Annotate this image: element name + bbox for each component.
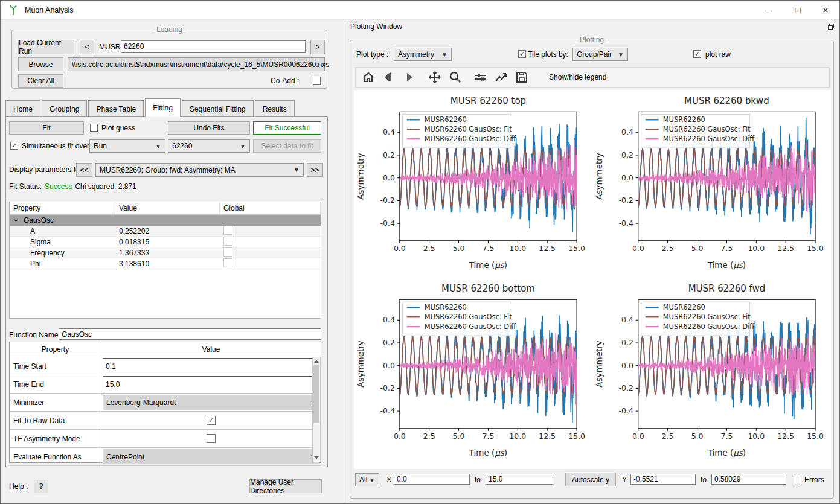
plot-guess-checkbox[interactable] (90, 124, 98, 132)
svg-text:7.5: 7.5 (483, 244, 495, 253)
param-name: Phi (10, 260, 115, 268)
plot-legend: MUSR62260MUSR62260 GausOsc: FitMUSR62260… (641, 114, 755, 148)
errors-checkbox[interactable] (794, 476, 801, 483)
next-run-button[interactable]: > (310, 40, 325, 54)
subplot-fwd[interactable]: MUSR 62260 fwd0.02.55.07.510.012.515.0-0… (592, 279, 831, 467)
y-min-input[interactable] (630, 474, 696, 485)
setting-value-checkbox[interactable] (207, 434, 216, 443)
plot-raw-checkbox[interactable] (693, 50, 701, 58)
setting-value-input[interactable] (103, 358, 319, 374)
svg-text:-0.4: -0.4 (619, 219, 633, 228)
autoscale-y-button[interactable]: Autoscale y (565, 473, 616, 486)
display-parameters-label: Display parameters for (9, 162, 82, 177)
subplots-icon[interactable] (472, 69, 490, 86)
pan-icon[interactable] (426, 69, 444, 86)
subplot-bkwd[interactable]: MUSR 62260 bkwd0.02.55.07.510.012.515.0-… (592, 91, 831, 279)
param-row-phi[interactable]: Phi3.138610 (10, 258, 321, 269)
axis-scope-select[interactable]: All▼ (355, 473, 379, 486)
x-min-input[interactable] (394, 474, 470, 485)
previous-dataset-button[interactable]: << (76, 163, 92, 177)
y-axis-label: Y (622, 473, 627, 486)
tab-sequential-fitting[interactable]: Sequential Fitting (182, 100, 254, 117)
fit-button[interactable]: Fit (9, 121, 84, 135)
scroll-down-icon[interactable] (314, 456, 319, 459)
undo-fits-button[interactable]: Undo Fits (168, 121, 250, 135)
settings-scrollbar[interactable] (312, 357, 321, 462)
tab-grouping[interactable]: Grouping (42, 100, 87, 117)
simultaneous-run-value: 62260 (172, 142, 192, 150)
svg-text:-0.4: -0.4 (380, 406, 395, 415)
x-max-input[interactable] (486, 474, 553, 485)
tab-fitting[interactable]: Fitting (145, 98, 181, 117)
coadd-checkbox[interactable] (313, 77, 321, 85)
zoom-icon[interactable] (446, 69, 464, 86)
plot-legend: MUSR62260MUSR62260 GausOsc: FitMUSR62260… (403, 114, 517, 148)
axis-controls-bar: All▼ X to Autoscale y Y to Errors (350, 473, 835, 488)
scrollbar-thumb[interactable] (313, 365, 319, 423)
simultaneous-run-select[interactable]: 62260▼ (168, 139, 250, 153)
function-group-row[interactable]: GausOsc (10, 215, 321, 226)
y-max-input[interactable] (711, 474, 786, 485)
setting-value-checkbox[interactable] (207, 416, 216, 425)
svg-text:-0.4: -0.4 (380, 219, 395, 228)
float-window-icon[interactable] (827, 23, 835, 30)
clear-all-button[interactable]: Clear All (18, 74, 63, 88)
param-row-frequency[interactable]: Frequency1.367333 (10, 247, 321, 258)
maximize-button[interactable]: □ (784, 1, 812, 19)
setting-value-select[interactable]: Levenberg-Marquardt▼ (103, 395, 319, 410)
tab-home[interactable]: Home (5, 100, 40, 117)
plot-canvas[interactable]: MUSR 62260 top0.02.55.07.510.012.515.0-0… (354, 90, 831, 469)
subplot-bottom[interactable]: MUSR 62260 bottom0.02.55.07.510.012.515.… (354, 279, 592, 467)
browse-button[interactable]: Browse (18, 57, 63, 71)
param-row-sigma[interactable]: Sigma0.018315 (10, 237, 321, 247)
tab-phase-table[interactable]: Phase Table (88, 100, 144, 117)
y-axis-title: Asymmetry (356, 153, 365, 199)
global-checkbox[interactable] (223, 247, 232, 257)
next-dataset-button[interactable]: >> (307, 163, 323, 177)
back-icon[interactable] (380, 69, 398, 86)
load-current-run-button[interactable]: Load Current Run (18, 40, 74, 54)
setting-value-select[interactable]: CentrePoint▼ (103, 449, 319, 464)
global-checkbox[interactable] (223, 237, 232, 246)
loading-group-title: Loading (153, 25, 186, 34)
param-value[interactable]: 0.018315 (115, 238, 220, 246)
dataset-select[interactable]: MUSR62260; Group; fwd; Asymmetry; MA▼ (95, 163, 304, 177)
param-value[interactable]: 0.252202 (115, 227, 220, 235)
run-number-input[interactable] (121, 40, 306, 53)
svg-text:0.0: 0.0 (621, 361, 633, 370)
home-icon[interactable] (359, 69, 377, 86)
setting-value-input[interactable] (103, 376, 319, 392)
plotting-dock-titlebar[interactable]: Plotting Window (345, 21, 839, 33)
setting-row-tf-asymmetry-mode: TF Asymmetry Mode (10, 430, 321, 448)
global-checkbox[interactable] (223, 258, 232, 267)
svg-text:MUSR62260: MUSR62260 (425, 303, 467, 311)
global-checkbox[interactable] (223, 226, 232, 235)
param-value[interactable]: 3.138610 (115, 260, 220, 268)
manage-user-directories-button[interactable]: Manage User Directories (249, 479, 322, 493)
close-button[interactable]: × (812, 1, 839, 19)
x-axis-title: Time (μs) (707, 261, 746, 270)
settings-table-header: Property Value (10, 342, 321, 357)
show-hide-legend-button[interactable]: Show/hide legend (549, 68, 606, 87)
save-icon[interactable] (513, 69, 531, 86)
param-row-a[interactable]: A0.252202 (10, 226, 321, 237)
function-name-input[interactable] (59, 328, 321, 340)
scroll-up-icon[interactable] (314, 360, 319, 363)
forward-icon[interactable] (400, 69, 418, 86)
simultaneous-type-select[interactable]: Run▼ (89, 139, 165, 153)
setting-row-minimizer: MinimizerLevenberg-Marquardt▼ (10, 394, 321, 412)
param-value[interactable]: 1.367333 (115, 249, 220, 257)
tile-by-select[interactable]: Group/Pair▼ (572, 48, 628, 61)
svg-text:10.0: 10.0 (748, 244, 765, 253)
tab-results[interactable]: Results (255, 100, 295, 117)
svg-text:2.5: 2.5 (662, 432, 674, 441)
subplot-top[interactable]: MUSR 62260 top0.02.55.07.510.012.515.0-0… (354, 91, 592, 279)
help-button[interactable]: ? (34, 480, 48, 493)
setting-name: Time Start (10, 357, 101, 375)
plot-type-select[interactable]: Asymmetry▼ (394, 48, 452, 61)
customize-icon[interactable] (492, 69, 510, 86)
tile-plots-checkbox[interactable] (518, 50, 526, 58)
simultaneous-fit-checkbox[interactable] (10, 142, 18, 150)
minimize-button[interactable]: – (756, 1, 784, 19)
previous-run-button[interactable]: < (80, 40, 94, 54)
